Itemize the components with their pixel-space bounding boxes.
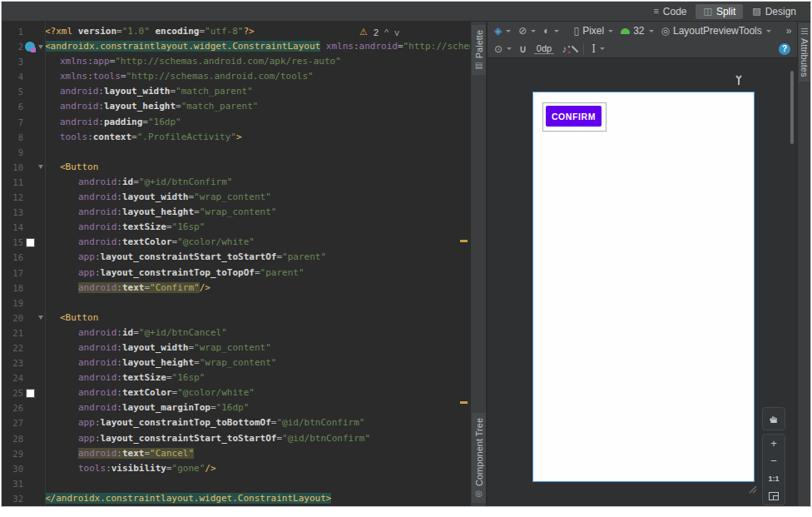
inspection-widget[interactable]: ⚠ 2 ^ v [359, 27, 399, 37]
component-tree-tab[interactable]: Component Tree ◎ [472, 413, 486, 503]
text-tool-button[interactable]: I [592, 43, 605, 55]
code-token: : [116, 342, 122, 353]
code-line[interactable]: 8tools:context=".ProfileActivity"> [2, 130, 470, 145]
zoom-controls: + − 1:1 [762, 434, 785, 505]
code-line[interactable]: 7android:padding="16dp" [2, 115, 470, 130]
night-mode-button[interactable]: ◐ [543, 26, 558, 36]
zoom-to-fit-button[interactable] [763, 487, 785, 505]
code-token: : [98, 86, 104, 97]
mode-tab-code[interactable]: ≡Code [646, 4, 694, 19]
pan-tool-button[interactable] [762, 407, 785, 430]
code-token: android [78, 402, 116, 413]
zoom-reset-button[interactable]: 1:1 [763, 470, 785, 487]
default-margins-button[interactable]: 0dp [534, 43, 554, 54]
code-token: textColor [122, 387, 172, 398]
code-token: android [359, 41, 398, 52]
mode-tab-split[interactable]: ◫Split [696, 4, 743, 19]
code-line[interactable]: 17app:layout_constraintTop_toTopOf="pare… [2, 266, 470, 281]
overflow-button[interactable]: » [786, 26, 792, 36]
color-swatch[interactable] [26, 389, 35, 398]
code-line[interactable]: 2<androidx.constraintlayout.widget.Const… [2, 39, 470, 54]
device-selector[interactable]: ▯ Pixel [574, 25, 614, 37]
attributes-tab[interactable]: Attributes [799, 23, 810, 82]
design-surface[interactable]: CONFIRM + − 1:1 [488, 59, 797, 506]
prev-issue-button[interactable]: ^ [384, 27, 389, 37]
code-token: : [87, 71, 93, 82]
code-line[interactable]: 15android:textColor="@color/white" [2, 235, 470, 250]
code-line[interactable]: 26android:layout_marginTop="16dp" [2, 400, 470, 415]
design-scrollbar[interactable] [790, 71, 794, 144]
infer-constraints-button[interactable] [574, 45, 576, 53]
api-selector[interactable]: 32 [621, 25, 653, 37]
code-line[interactable]: 28app:layout_constraintStart_toStartOf="… [2, 431, 470, 446]
autoconnect-button[interactable]: ∪ [519, 44, 527, 54]
mode-tab-label: Split [716, 6, 735, 17]
code-token: "Cancel" [150, 448, 194, 459]
line-number: 24 [2, 370, 23, 385]
zoom-out-button[interactable]: − [763, 452, 785, 470]
chevron-down-icon [507, 47, 512, 50]
class-icon[interactable] [25, 42, 35, 52]
view-options-button[interactable]: ⊙ [494, 44, 512, 54]
sliders-icon [801, 28, 808, 35]
code-token: android [78, 327, 116, 338]
code-token: "parent" [282, 251, 326, 262]
code-line[interactable]: 21android:id="@+id/btnCancel" [2, 326, 470, 341]
code-line[interactable]: 25android:textColor="@color/white" [2, 385, 470, 400]
mode-tab-design[interactable]: ▨Design [745, 4, 804, 19]
layers-icon: ◈ [494, 26, 502, 36]
code-token: : [116, 176, 122, 187]
code-line[interactable]: 18android:text="Confirm"/> [2, 281, 470, 296]
help-button[interactable]: ? [779, 43, 790, 55]
code-line[interactable]: 12android:layout_width="wrap_content" [2, 190, 470, 205]
fold-arrow-icon[interactable] [38, 45, 43, 49]
code-line[interactable]: 1<?xml version="1.0" encoding="utf-8"?> [2, 24, 470, 39]
code-line[interactable]: 27app:layout_constraintTop_toBottomOf="@… [2, 415, 470, 430]
code-line[interactable]: 14android:textSize="16sp" [2, 220, 470, 235]
palette-tab[interactable]: Palette ▤ [472, 25, 486, 75]
code-token: : [95, 267, 101, 278]
design-toolbar-row1: ◈ ⊘ ◐ ▯ Pixel 32 ◎ LayoutPreviewTools [488, 22, 797, 40]
code-line[interactable]: 30tools:visibility="gone"/> [2, 461, 470, 476]
code-token: tools [78, 463, 106, 474]
code-line[interactable]: 24android:textSize="16sp" [2, 370, 470, 385]
code-line[interactable]: 23android:layout_height="wrap_content" [2, 355, 470, 370]
color-swatch[interactable] [26, 238, 35, 247]
code-line[interactable]: 16app:layout_constraintStart_toStartOf="… [2, 250, 470, 265]
code-line[interactable]: 6android:layout_height="match_parent" [2, 99, 470, 114]
code-line[interactable]: 29android:text="Cancel" [2, 446, 470, 461]
line-number: 30 [2, 461, 23, 476]
code-line[interactable]: 19 [2, 296, 470, 311]
next-issue-button[interactable]: v [394, 27, 399, 37]
error-stripe-mark[interactable] [460, 240, 468, 242]
code-editor[interactable]: 1<?xml version="1.0" encoding="utf-8"?>2… [2, 22, 470, 506]
code-line[interactable]: 3xmlns:app="http://schemas.android.com/a… [2, 54, 470, 69]
code-line[interactable]: 9 [2, 145, 470, 160]
clear-constraints-button[interactable]: ♪ [562, 44, 567, 54]
code-line[interactable]: 11android:id="@+id/btnConfirm" [2, 175, 470, 190]
code-line[interactable]: 20<Button [2, 311, 470, 326]
device-preview-canvas[interactable]: CONFIRM [532, 92, 755, 482]
design-surface-button[interactable]: ◈ [494, 26, 511, 36]
wrench-icon[interactable] [734, 74, 744, 89]
code-line[interactable]: 4xmlns:tools="http://schemas.android.com… [2, 69, 470, 84]
orientation-button[interactable]: ⊘ [518, 26, 536, 36]
code-token: "@color/white" [177, 387, 255, 398]
zoom-in-button[interactable]: + [763, 435, 785, 452]
code-line[interactable]: 31 [2, 476, 470, 491]
preview-confirm-button[interactable]: CONFIRM [546, 106, 602, 127]
fold-arrow-icon[interactable] [38, 165, 43, 169]
code-token: : [116, 448, 122, 459]
error-stripe-mark[interactable] [460, 401, 468, 404]
code-line[interactable]: 22android:layout_width="wrap_content" [2, 341, 470, 355]
resize-handle[interactable] [747, 482, 757, 497]
fold-arrow-icon[interactable] [38, 316, 43, 320]
theme-selector[interactable]: ◎ LayoutPreviewTools [661, 25, 771, 37]
code-line[interactable]: 13android:layout_height="wrap_content" [2, 205, 470, 220]
code-token: : [116, 402, 122, 413]
code-line[interactable]: 5android:layout_width="match_parent" [2, 84, 470, 99]
code-line[interactable]: 32</androidx.constraintlayout.widget.Con… [2, 491, 470, 506]
code-token: = [131, 132, 137, 142]
code-token: /> [200, 282, 210, 293]
code-line[interactable]: 10<Button [2, 160, 470, 175]
